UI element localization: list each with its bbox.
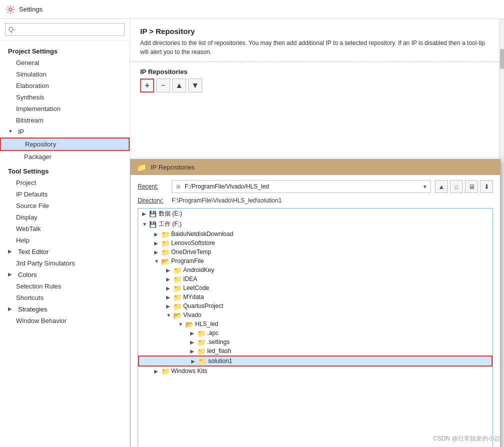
sidebar-item-packager[interactable]: Packager <box>0 151 130 162</box>
ip-header-desc: Add directories to the list of repositor… <box>140 38 494 56</box>
sidebar-group-colors[interactable]: ▶ Colors <box>0 269 130 280</box>
folder-icon-androidkey: 📁 <box>173 266 181 274</box>
strategies-expander[interactable]: ▶ <box>8 306 15 313</box>
recent-label: Recent: <box>138 183 168 190</box>
expander-windows-kits[interactable]: ▶ <box>154 368 161 374</box>
tree-label-data-e: 数据 (E:) <box>159 210 182 218</box>
tree-item-vivado[interactable]: ▼ 📂 Vivado <box>138 310 492 320</box>
folder-icon-mydata: 📁 <box>173 294 181 300</box>
sidebar-item-display[interactable]: Display <box>0 212 130 223</box>
tree-item-led-flash[interactable]: ▶ 📁 led_flash <box>138 346 492 356</box>
nav-home-button[interactable]: ⌂ <box>450 180 463 193</box>
expander-led-flash[interactable]: ▶ <box>190 348 197 354</box>
expander-vivado[interactable]: ▼ <box>166 312 173 318</box>
tree-item-windows-kits[interactable]: ▶ 📁 Windows Kits <box>138 366 492 376</box>
sidebar-item-webtalk[interactable]: WebTalk <box>0 223 130 234</box>
expander-onedrive[interactable]: ▶ <box>154 250 161 255</box>
recent-dropdown[interactable]: 🖥 F:/ProgramFile/Vivado/HLS_led ▼ <box>172 180 431 193</box>
tree-item-apc[interactable]: ▶ 📁 .apc <box>138 328 492 338</box>
tree-item-baidu[interactable]: ▶ 📁 BaiduNetdiskDownload <box>138 230 492 238</box>
tree-item-androidkey[interactable]: ▶ 📁 AndroidKey <box>138 266 492 274</box>
tree-label-vivado: Vivado <box>183 312 201 318</box>
sidebar-item-shortcuts[interactable]: Shortcuts <box>0 292 130 304</box>
sidebar-item-3rd-party[interactable]: 3rd Party Simulators <box>0 258 130 269</box>
sidebar-group-ip[interactable]: ▼ IP <box>0 126 130 138</box>
nav-network-button[interactable]: 🖥 <box>465 180 478 193</box>
move-down-button[interactable]: ▼ <box>188 78 202 92</box>
sidebar-item-window-behavior[interactable]: Window Behavior <box>0 315 130 326</box>
directory-label: Directory: <box>138 197 168 204</box>
ip-repositories-dialog: 📁 IP Repositories Recent: 🖥 F:/ProgramFi… <box>130 159 500 447</box>
tree-item-onedrive[interactable]: ▶ 📁 OneDriveTemp <box>138 248 492 256</box>
directory-row: Directory: F:\ProgramFile\Vivado\HLS_led… <box>138 197 493 204</box>
tree-label-lenovo: LenovoSoftstore <box>171 240 215 246</box>
ip-repos-label: IP Repositories <box>130 62 504 78</box>
expander-solution1[interactable]: ▶ <box>191 358 198 364</box>
ip-expander[interactable]: ▼ <box>8 128 15 136</box>
tree-label-programfile: ProgramFile <box>171 258 204 264</box>
sidebar-group-strategies[interactable]: ▶ Strategies <box>0 304 130 315</box>
folder-icon-apc: 📁 <box>197 330 205 336</box>
tree-item-solution1[interactable]: ▶ 📁 solution1 <box>138 356 492 366</box>
sidebar-item-help[interactable]: Help <box>0 234 130 246</box>
expander-androidkey[interactable]: ▶ <box>166 268 173 273</box>
tool-settings-label: Tool Settings <box>0 164 130 177</box>
sidebar-item-synthesis[interactable]: Synthesis <box>0 92 130 103</box>
sidebar-item-simulation[interactable]: Simulation <box>0 68 130 80</box>
expander-idea[interactable]: ▶ <box>166 276 173 282</box>
text-editor-expander[interactable]: ▶ <box>8 248 15 256</box>
move-up-button[interactable]: ▲ <box>172 78 186 92</box>
tree-label-leetcode: LeetCode <box>183 284 209 292</box>
tree-label-idea: IDEA <box>183 276 197 282</box>
search-input[interactable] <box>5 23 125 36</box>
folder-icon-leetcode: 📁 <box>173 284 181 292</box>
tree-item-idea[interactable]: ▶ 📁 IDEA <box>138 274 492 284</box>
tree-item-programfile[interactable]: ▼ 📂 ProgramFile <box>138 256 492 266</box>
remove-repo-button[interactable]: − <box>156 78 170 92</box>
sidebar-item-project[interactable]: Project <box>0 177 130 188</box>
tree-item-quartus[interactable]: ▶ 📁 QuartusProject <box>138 302 492 310</box>
content-area: IP > Repository Add directories to the l… <box>130 19 504 447</box>
file-tree[interactable]: ▶ 💾 数据 (E:) ▼ 💾 工作 (F:) <box>138 208 493 447</box>
folder-icon-onedrive: 📁 <box>161 248 169 256</box>
tree-item-settings[interactable]: ▶ 📁 .settings <box>138 338 492 346</box>
expander-settings-folder[interactable]: ▶ <box>190 340 197 345</box>
sidebar-group-text-editor[interactable]: ▶ Text Editor <box>0 246 130 258</box>
expander-mydata[interactable]: ▶ <box>166 294 173 300</box>
sidebar-item-selection-rules[interactable]: Selection Rules <box>0 280 130 292</box>
folder-icon-idea: 📁 <box>173 276 181 282</box>
folder-icon-vivado: 📂 <box>173 312 181 318</box>
tree-label-baidu: BaiduNetdiskDownload <box>171 230 233 238</box>
project-settings-label: Project Settings <box>0 44 130 57</box>
expander-lenovo[interactable]: ▶ <box>154 240 161 246</box>
watermark: CSDN @日常脱发的小迈 <box>433 434 500 443</box>
sidebar-item-repository[interactable]: Repository <box>0 138 130 151</box>
sidebar-item-bitstream[interactable]: Bitstream <box>0 114 130 126</box>
expander-baidu[interactable]: ▶ <box>154 232 161 237</box>
folder-icon-solution1: 📁 <box>198 358 206 364</box>
sidebar-item-ip-defaults[interactable]: IP Defaults <box>0 188 130 200</box>
sidebar-item-general[interactable]: General <box>0 57 130 68</box>
add-repo-button[interactable]: + <box>140 78 154 92</box>
dialog-folder-icon: 📁 <box>137 162 147 172</box>
tree-item-hls-led[interactable]: ▼ 📂 HLS_led <box>138 320 492 328</box>
expander-apc[interactable]: ▶ <box>190 330 197 336</box>
expander-work-f[interactable]: ▼ <box>142 222 149 227</box>
nav-up-button[interactable]: ▲ <box>435 180 448 193</box>
expander-programfile[interactable]: ▼ <box>154 258 161 264</box>
expander-data-e[interactable]: ▶ <box>142 211 149 216</box>
tree-item-mydata[interactable]: ▶ 📁 MYdata <box>138 292 492 302</box>
tree-label-windows-kits: Windows Kits <box>171 368 207 374</box>
expander-quartus[interactable]: ▶ <box>166 304 173 309</box>
expander-leetcode[interactable]: ▶ <box>166 286 173 291</box>
expander-hls-led[interactable]: ▼ <box>178 322 185 327</box>
nav-download-button[interactable]: ⬇ <box>480 180 493 193</box>
tree-item-data-e[interactable]: ▶ 💾 数据 (E:) <box>138 208 492 219</box>
colors-expander[interactable]: ▶ <box>8 272 15 278</box>
sidebar-item-elaboration[interactable]: Elaboration <box>0 80 130 92</box>
tree-item-work-f[interactable]: ▼ 💾 工作 (F:) <box>138 219 492 230</box>
tree-item-leetcode[interactable]: ▶ 📁 LeetCode <box>138 284 492 292</box>
sidebar-item-source-file[interactable]: Source File <box>0 200 130 212</box>
tree-item-lenovo[interactable]: ▶ 📁 LenovoSoftstore <box>138 238 492 248</box>
sidebar-item-implementation[interactable]: Implementation <box>0 103 130 114</box>
